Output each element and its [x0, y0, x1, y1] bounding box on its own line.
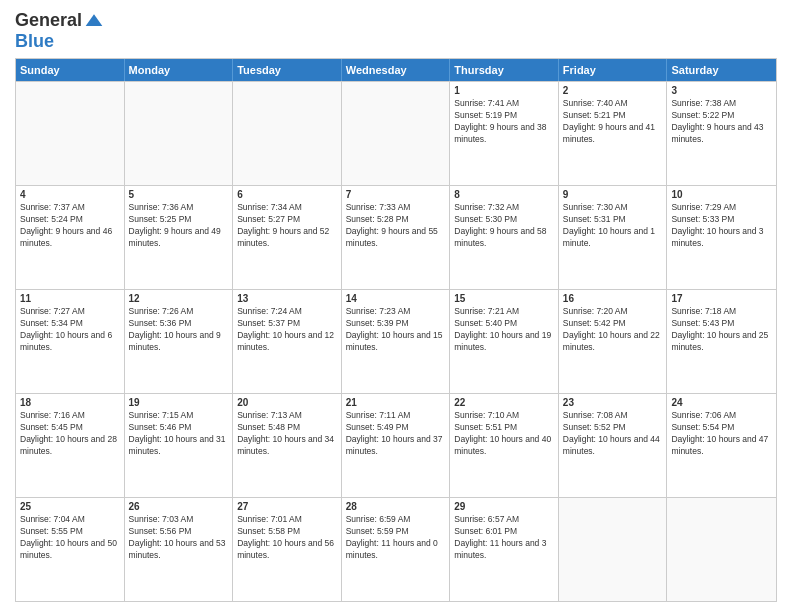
- svg-marker-0: [86, 14, 103, 26]
- cell-info: Sunrise: 7:24 AM Sunset: 5:37 PM Dayligh…: [237, 306, 337, 354]
- calendar-cell: 13 Sunrise: 7:24 AM Sunset: 5:37 PM Dayl…: [233, 290, 342, 393]
- calendar-week-1: 1 Sunrise: 7:41 AM Sunset: 5:19 PM Dayli…: [16, 81, 776, 185]
- day-number: 21: [346, 397, 446, 408]
- cell-info: Sunrise: 7:32 AM Sunset: 5:30 PM Dayligh…: [454, 202, 554, 250]
- cell-info: Sunrise: 7:15 AM Sunset: 5:46 PM Dayligh…: [129, 410, 229, 458]
- calendar-cell: 9 Sunrise: 7:30 AM Sunset: 5:31 PM Dayli…: [559, 186, 668, 289]
- logo-blue-text: Blue: [15, 31, 54, 52]
- cell-info: Sunrise: 7:40 AM Sunset: 5:21 PM Dayligh…: [563, 98, 663, 146]
- day-number: 15: [454, 293, 554, 304]
- day-number: 29: [454, 501, 554, 512]
- calendar-cell: [667, 498, 776, 601]
- calendar-cell: 22 Sunrise: 7:10 AM Sunset: 5:51 PM Dayl…: [450, 394, 559, 497]
- day-number: 22: [454, 397, 554, 408]
- logo-general-text: General: [15, 10, 82, 31]
- calendar-cell: 29 Sunrise: 6:57 AM Sunset: 6:01 PM Dayl…: [450, 498, 559, 601]
- calendar-week-4: 18 Sunrise: 7:16 AM Sunset: 5:45 PM Dayl…: [16, 393, 776, 497]
- calendar-cell: 28 Sunrise: 6:59 AM Sunset: 5:59 PM Dayl…: [342, 498, 451, 601]
- calendar-cell: 12 Sunrise: 7:26 AM Sunset: 5:36 PM Dayl…: [125, 290, 234, 393]
- calendar-day-header: Thursday: [450, 59, 559, 81]
- cell-info: Sunrise: 7:38 AM Sunset: 5:22 PM Dayligh…: [671, 98, 772, 146]
- cell-info: Sunrise: 7:13 AM Sunset: 5:48 PM Dayligh…: [237, 410, 337, 458]
- cell-info: Sunrise: 7:01 AM Sunset: 5:58 PM Dayligh…: [237, 514, 337, 562]
- cell-info: Sunrise: 7:29 AM Sunset: 5:33 PM Dayligh…: [671, 202, 772, 250]
- calendar-cell: 25 Sunrise: 7:04 AM Sunset: 5:55 PM Dayl…: [16, 498, 125, 601]
- cell-info: Sunrise: 6:57 AM Sunset: 6:01 PM Dayligh…: [454, 514, 554, 562]
- cell-info: Sunrise: 7:27 AM Sunset: 5:34 PM Dayligh…: [20, 306, 120, 354]
- calendar-cell: 27 Sunrise: 7:01 AM Sunset: 5:58 PM Dayl…: [233, 498, 342, 601]
- cell-info: Sunrise: 7:18 AM Sunset: 5:43 PM Dayligh…: [671, 306, 772, 354]
- day-number: 20: [237, 397, 337, 408]
- cell-info: Sunrise: 7:30 AM Sunset: 5:31 PM Dayligh…: [563, 202, 663, 250]
- calendar-cell: 15 Sunrise: 7:21 AM Sunset: 5:40 PM Dayl…: [450, 290, 559, 393]
- day-number: 1: [454, 85, 554, 96]
- day-number: 2: [563, 85, 663, 96]
- calendar-cell: 16 Sunrise: 7:20 AM Sunset: 5:42 PM Dayl…: [559, 290, 668, 393]
- calendar-cell: 14 Sunrise: 7:23 AM Sunset: 5:39 PM Dayl…: [342, 290, 451, 393]
- calendar-cell: 23 Sunrise: 7:08 AM Sunset: 5:52 PM Dayl…: [559, 394, 668, 497]
- day-number: 4: [20, 189, 120, 200]
- calendar-week-5: 25 Sunrise: 7:04 AM Sunset: 5:55 PM Dayl…: [16, 497, 776, 601]
- day-number: 8: [454, 189, 554, 200]
- cell-info: Sunrise: 7:16 AM Sunset: 5:45 PM Dayligh…: [20, 410, 120, 458]
- cell-info: Sunrise: 7:08 AM Sunset: 5:52 PM Dayligh…: [563, 410, 663, 458]
- day-number: 28: [346, 501, 446, 512]
- day-number: 16: [563, 293, 663, 304]
- day-number: 11: [20, 293, 120, 304]
- day-number: 19: [129, 397, 229, 408]
- calendar: SundayMondayTuesdayWednesdayThursdayFrid…: [15, 58, 777, 602]
- cell-info: Sunrise: 7:04 AM Sunset: 5:55 PM Dayligh…: [20, 514, 120, 562]
- calendar-cell: 26 Sunrise: 7:03 AM Sunset: 5:56 PM Dayl…: [125, 498, 234, 601]
- cell-info: Sunrise: 7:06 AM Sunset: 5:54 PM Dayligh…: [671, 410, 772, 458]
- calendar-day-header: Tuesday: [233, 59, 342, 81]
- logo-icon: [84, 11, 104, 31]
- cell-info: Sunrise: 6:59 AM Sunset: 5:59 PM Dayligh…: [346, 514, 446, 562]
- calendar-day-header: Friday: [559, 59, 668, 81]
- calendar-body: 1 Sunrise: 7:41 AM Sunset: 5:19 PM Dayli…: [16, 81, 776, 601]
- day-number: 12: [129, 293, 229, 304]
- cell-info: Sunrise: 7:21 AM Sunset: 5:40 PM Dayligh…: [454, 306, 554, 354]
- cell-info: Sunrise: 7:33 AM Sunset: 5:28 PM Dayligh…: [346, 202, 446, 250]
- calendar-cell: 21 Sunrise: 7:11 AM Sunset: 5:49 PM Dayl…: [342, 394, 451, 497]
- cell-info: Sunrise: 7:23 AM Sunset: 5:39 PM Dayligh…: [346, 306, 446, 354]
- calendar-week-2: 4 Sunrise: 7:37 AM Sunset: 5:24 PM Dayli…: [16, 185, 776, 289]
- calendar-cell: 24 Sunrise: 7:06 AM Sunset: 5:54 PM Dayl…: [667, 394, 776, 497]
- day-number: 9: [563, 189, 663, 200]
- calendar-cell: 20 Sunrise: 7:13 AM Sunset: 5:48 PM Dayl…: [233, 394, 342, 497]
- calendar-cell: 4 Sunrise: 7:37 AM Sunset: 5:24 PM Dayli…: [16, 186, 125, 289]
- cell-info: Sunrise: 7:10 AM Sunset: 5:51 PM Dayligh…: [454, 410, 554, 458]
- day-number: 3: [671, 85, 772, 96]
- cell-info: Sunrise: 7:11 AM Sunset: 5:49 PM Dayligh…: [346, 410, 446, 458]
- cell-info: Sunrise: 7:26 AM Sunset: 5:36 PM Dayligh…: [129, 306, 229, 354]
- cell-info: Sunrise: 7:34 AM Sunset: 5:27 PM Dayligh…: [237, 202, 337, 250]
- cell-info: Sunrise: 7:37 AM Sunset: 5:24 PM Dayligh…: [20, 202, 120, 250]
- day-number: 24: [671, 397, 772, 408]
- day-number: 6: [237, 189, 337, 200]
- logo: General Blue: [15, 10, 104, 52]
- calendar-cell: 3 Sunrise: 7:38 AM Sunset: 5:22 PM Dayli…: [667, 82, 776, 185]
- calendar-day-header: Saturday: [667, 59, 776, 81]
- day-number: 5: [129, 189, 229, 200]
- cell-info: Sunrise: 7:03 AM Sunset: 5:56 PM Dayligh…: [129, 514, 229, 562]
- day-number: 27: [237, 501, 337, 512]
- day-number: 10: [671, 189, 772, 200]
- day-number: 13: [237, 293, 337, 304]
- calendar-cell: [233, 82, 342, 185]
- calendar-cell: 8 Sunrise: 7:32 AM Sunset: 5:30 PM Dayli…: [450, 186, 559, 289]
- day-number: 26: [129, 501, 229, 512]
- day-number: 17: [671, 293, 772, 304]
- day-number: 25: [20, 501, 120, 512]
- calendar-cell: 6 Sunrise: 7:34 AM Sunset: 5:27 PM Dayli…: [233, 186, 342, 289]
- calendar-cell: 19 Sunrise: 7:15 AM Sunset: 5:46 PM Dayl…: [125, 394, 234, 497]
- calendar-cell: 11 Sunrise: 7:27 AM Sunset: 5:34 PM Dayl…: [16, 290, 125, 393]
- calendar-day-header: Monday: [125, 59, 234, 81]
- calendar-header: SundayMondayTuesdayWednesdayThursdayFrid…: [16, 59, 776, 81]
- cell-info: Sunrise: 7:20 AM Sunset: 5:42 PM Dayligh…: [563, 306, 663, 354]
- calendar-cell: [342, 82, 451, 185]
- page-header: General Blue: [15, 10, 777, 52]
- cell-info: Sunrise: 7:41 AM Sunset: 5:19 PM Dayligh…: [454, 98, 554, 146]
- calendar-day-header: Sunday: [16, 59, 125, 81]
- day-number: 18: [20, 397, 120, 408]
- calendar-cell: 17 Sunrise: 7:18 AM Sunset: 5:43 PM Dayl…: [667, 290, 776, 393]
- cell-info: Sunrise: 7:36 AM Sunset: 5:25 PM Dayligh…: [129, 202, 229, 250]
